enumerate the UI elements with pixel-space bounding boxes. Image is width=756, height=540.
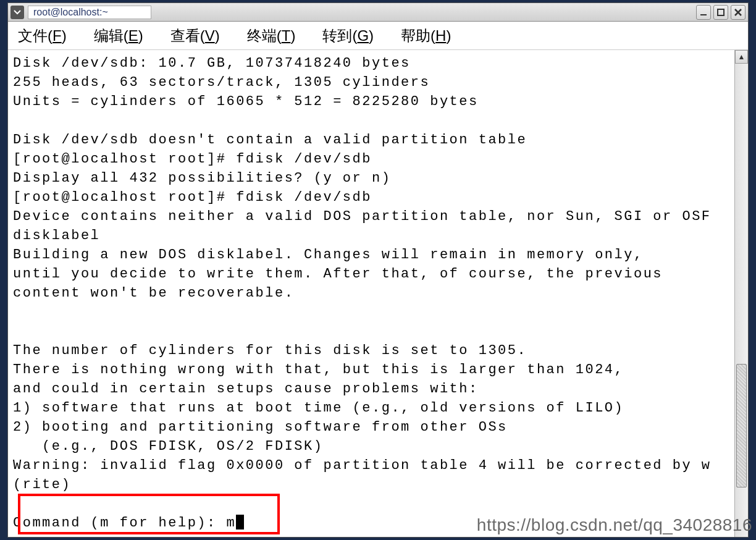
titlebar-left: root@localhost:~ xyxy=(10,6,696,19)
close-button[interactable] xyxy=(731,5,746,20)
content-area: Disk /dev/sdb: 10.7 GB, 10737418240 byte… xyxy=(8,50,748,537)
menu-help[interactable]: 帮助(H) xyxy=(401,26,451,46)
window-controls xyxy=(696,5,746,20)
scroll-up-icon[interactable]: ▲ xyxy=(735,50,748,64)
cursor-icon xyxy=(236,515,244,529)
window-menu-icon[interactable] xyxy=(10,6,24,19)
terminal-window: root@localhost:~ 文件(F) 编辑(E) 查看(V) 终端(T)… xyxy=(7,2,749,538)
watermark: https://blog.csdn.net/qq_34028816 xyxy=(477,515,752,535)
minimize-button[interactable] xyxy=(696,5,711,20)
scrollbar[interactable]: ▲ xyxy=(734,50,748,537)
menubar: 文件(F) 编辑(E) 查看(V) 终端(T) 转到(G) 帮助(H) xyxy=(8,22,748,50)
window-title: root@localhost:~ xyxy=(28,6,151,19)
titlebar: root@localhost:~ xyxy=(8,3,748,22)
menu-edit[interactable]: 编辑(E) xyxy=(94,26,143,46)
maximize-button[interactable] xyxy=(713,5,728,20)
terminal-output[interactable]: Disk /dev/sdb: 10.7 GB, 10737418240 byte… xyxy=(8,50,734,537)
menu-terminal[interactable]: 终端(T) xyxy=(247,26,296,46)
scroll-thumb[interactable] xyxy=(736,364,747,487)
menu-view[interactable]: 查看(V) xyxy=(170,26,220,46)
svg-rect-1 xyxy=(718,9,724,15)
svg-rect-0 xyxy=(700,14,707,15)
menu-go[interactable]: 转到(G) xyxy=(322,26,374,46)
menu-file[interactable]: 文件(F) xyxy=(18,26,67,46)
